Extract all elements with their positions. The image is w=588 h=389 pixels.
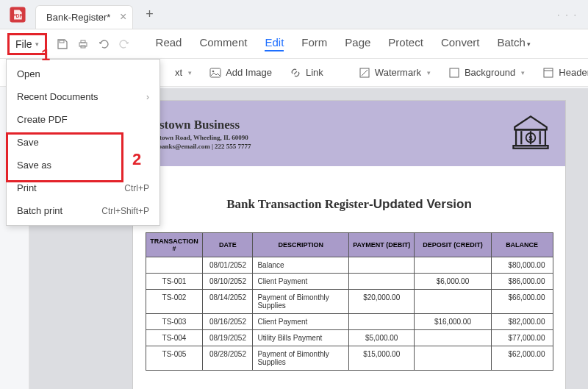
cell-id: TS-004	[146, 330, 203, 346]
annotation-2: 2	[132, 150, 141, 169]
watermark-icon	[359, 67, 370, 79]
cell-date: 08/19/2052	[203, 330, 253, 346]
cell-desc: Client Payment	[253, 314, 349, 330]
main-menu: Read Comment Edit Form Page Protect Conv…	[156, 36, 531, 51]
menu-item-recent[interactable]: Recent Documents›	[7, 85, 159, 108]
table-row: TS-00408/19/2052Utility Bills Payment$5,…	[146, 330, 553, 346]
cell-balance: $62,000.00	[491, 346, 553, 371]
document-tab[interactable]: Bank-Register* ×	[35, 5, 133, 29]
cell-balance: $77,000.00	[491, 330, 553, 346]
cell-debit: $20,000.00	[349, 290, 415, 314]
close-tab-icon[interactable]: ×	[120, 10, 126, 24]
table-row: 08/01/2052Balance$80,000.00	[146, 257, 553, 274]
tool-background[interactable]: Background▾	[448, 67, 525, 79]
cell-debit	[349, 274, 415, 290]
cell-id: TS-001	[146, 274, 203, 290]
chevron-down-icon: ▾	[427, 69, 431, 76]
cell-credit	[415, 257, 492, 274]
tool-add-image[interactable]: Add Image	[209, 67, 272, 79]
cell-date: 08/14/2052	[203, 290, 253, 314]
chevron-down-icon: ▾	[188, 69, 192, 76]
menu-comment[interactable]: Comment	[199, 36, 247, 51]
menu-item-print[interactable]: PrintCtrl+P	[7, 176, 159, 199]
chevron-down-icon: ▾	[521, 69, 525, 76]
svg-rect-2	[60, 40, 64, 43]
title-bar: PDF Bank-Register* × + · · ·	[0, 0, 588, 29]
quick-toolbar	[56, 38, 131, 51]
window-more-icon[interactable]: · · ·	[557, 9, 588, 20]
menu-protect[interactable]: Protect	[388, 36, 423, 51]
print-icon[interactable]	[76, 38, 90, 51]
pdf-page: anstown Business ohnstown Road, Wheeling…	[132, 100, 566, 389]
svg-rect-16	[513, 146, 548, 149]
col-payment: PAYMENT (DEBIT)	[349, 233, 415, 257]
menu-convert[interactable]: Convert	[441, 36, 480, 51]
cell-balance: $80,000.00	[491, 257, 553, 274]
image-icon	[209, 67, 221, 79]
document-title: Bank Transaction Register-Updated Versio…	[133, 197, 565, 212]
link-icon	[290, 67, 301, 79]
cell-desc: Balance	[253, 257, 349, 274]
svg-point-7	[212, 70, 215, 72]
app-icon: PDF	[6, 3, 29, 26]
tool-text-partial[interactable]: xt▾	[175, 67, 192, 78]
table-row: TS-00508/28/2052Payment of Bimonthly Sup…	[146, 346, 553, 371]
cell-desc: Utility Bills Payment	[253, 330, 349, 346]
tool-link[interactable]: Link	[290, 67, 323, 79]
table-row: TS-00308/16/2052Client Payment$16,000.00…	[146, 314, 553, 330]
menu-edit[interactable]: Edit	[265, 36, 284, 51]
svg-text:PDF: PDF	[13, 13, 23, 18]
cell-debit: $15,000.00	[349, 346, 415, 371]
svg-rect-6	[210, 68, 220, 77]
svg-rect-4	[81, 40, 85, 43]
menu-item-open[interactable]: Open	[7, 63, 159, 85]
menu-batch[interactable]: Batch▾	[497, 36, 530, 51]
transaction-table: TRANSACTION # DATE DESCRIPTION PAYMENT (…	[146, 232, 553, 371]
cell-id: TS-005	[146, 346, 203, 371]
menu-read[interactable]: Read	[156, 36, 182, 51]
tool-header-footer[interactable]: Header &	[542, 67, 588, 79]
new-tab-button[interactable]: +	[139, 4, 159, 25]
document-header-band: anstown Business ohnstown Road, Wheeling…	[133, 101, 565, 166]
col-date: DATE	[203, 233, 253, 257]
svg-rect-10	[544, 68, 553, 77]
chevron-down-icon: ▾	[35, 40, 39, 48]
svg-rect-9	[450, 68, 459, 77]
menu-item-create-pdf[interactable]: Create PDF	[7, 108, 159, 131]
business-info: anstown Business ohnstown Road, Wheeling…	[146, 118, 251, 150]
file-menu-label: File	[15, 38, 32, 50]
col-transaction: TRANSACTION #	[146, 233, 203, 257]
bank-building-icon: $	[509, 111, 552, 156]
cell-desc: Client Payment	[253, 274, 349, 290]
tab-title: Bank-Register*	[46, 12, 110, 23]
cell-debit: $5,000.00	[349, 330, 415, 346]
cell-desc: Payment of Bimonthly Supplies	[253, 346, 349, 371]
cell-debit	[349, 314, 415, 330]
tool-watermark[interactable]: Watermark▾	[359, 67, 431, 79]
menu-form[interactable]: Form	[301, 36, 327, 51]
chevron-down-icon: ▾	[527, 40, 531, 48]
menu-bar: File ▾ Read Comment Edit Form Page Prote…	[0, 29, 588, 59]
cell-id	[146, 257, 203, 274]
svg-text:$: $	[528, 135, 532, 142]
cell-date: 08/16/2052	[203, 314, 253, 330]
business-contact: ownbanks@email.com | 222 555 7777	[146, 143, 251, 150]
col-balance: BALANCE	[491, 233, 553, 257]
cell-id: TS-002	[146, 290, 203, 314]
redo-icon[interactable]	[118, 38, 131, 51]
menu-page[interactable]: Page	[345, 36, 370, 51]
undo-icon[interactable]	[97, 38, 110, 51]
file-dropdown: Open Recent Documents› Create PDF Save S…	[6, 59, 160, 226]
background-icon	[448, 67, 460, 79]
menu-item-batch-print[interactable]: Batch printCtrl+Shift+P	[7, 199, 159, 222]
cell-balance: $86,000.00	[491, 274, 553, 290]
business-address: ohnstown Road, Wheeling, IL 60090	[146, 134, 251, 141]
cell-date: 08/28/2052	[203, 346, 253, 371]
cell-balance: $66,000.00	[491, 290, 553, 314]
save-icon[interactable]	[56, 38, 69, 51]
cell-date: 08/01/2052	[203, 257, 253, 274]
cell-debit	[349, 257, 415, 274]
table-row: TS-00108/10/2052Client Payment$6,000.00$…	[146, 274, 553, 290]
business-name: anstown Business	[146, 118, 251, 132]
cell-desc: Payment of Bimonthly Supplies	[253, 290, 349, 314]
